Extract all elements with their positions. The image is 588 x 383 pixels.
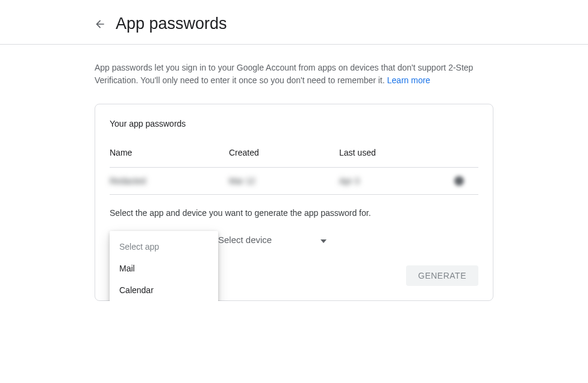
- row-name: Redacted: [110, 176, 229, 186]
- column-action: [454, 148, 478, 157]
- select-app-dropdown[interactable]: Select app Mail Calendar Contacts YouTub…: [110, 231, 218, 301]
- dropdown-placeholder: Select app: [110, 236, 218, 258]
- column-last-used: Last used: [339, 148, 454, 157]
- row-last-used: Apr 3: [339, 176, 454, 186]
- page-header: App passwords: [0, 14, 588, 44]
- page-title: App passwords: [116, 14, 227, 33]
- row-created: Mar 12: [229, 176, 339, 186]
- row-divider: [110, 194, 478, 195]
- intro-text: App passwords let you sign in to your Go…: [95, 62, 493, 87]
- learn-more-link[interactable]: Learn more: [387, 75, 431, 85]
- dropdown-item-mail[interactable]: Mail: [110, 258, 218, 279]
- column-name: Name: [110, 148, 229, 157]
- column-created: Created: [229, 148, 339, 157]
- selects-row: Select app Mail Calendar Contacts YouTub…: [110, 231, 478, 248]
- row-delete[interactable]: [454, 176, 478, 186]
- section-title: Your app passwords: [110, 119, 478, 128]
- chevron-down-icon: [321, 235, 327, 245]
- delete-icon: [454, 176, 464, 186]
- table-header: Name Created Last used: [110, 148, 478, 167]
- table-row: Redacted Mar 12 Apr 3: [110, 168, 478, 194]
- select-device[interactable]: Select device: [218, 231, 327, 248]
- app-passwords-card: Your app passwords Name Created Last use…: [95, 104, 493, 301]
- generate-button[interactable]: Generate: [406, 265, 478, 286]
- dropdown-item-calendar[interactable]: Calendar: [110, 279, 218, 301]
- select-instruction: Select the app and device you want to ge…: [110, 208, 478, 218]
- back-arrow-icon[interactable]: [93, 17, 107, 31]
- select-device-label: Select device: [218, 235, 272, 245]
